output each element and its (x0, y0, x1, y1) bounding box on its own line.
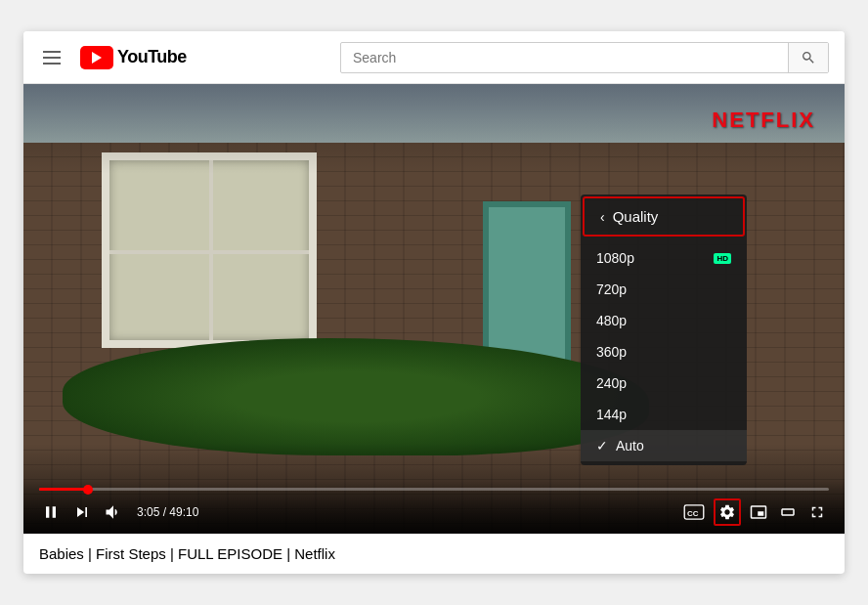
miniplayer-icon (750, 503, 767, 521)
check-icon: ✓ (596, 438, 608, 454)
fullscreen-icon (808, 503, 826, 521)
quality-options-list: 1080p HD 720p 480p 360p 240p (581, 238, 747, 465)
time-display: 3:05 / 49:10 (137, 505, 198, 519)
hamburger-menu-button[interactable] (39, 47, 65, 68)
quality-option-1080p[interactable]: 1080p HD (581, 242, 747, 274)
quality-option-label: 1080p (596, 250, 710, 266)
progress-bar-fill (39, 488, 88, 491)
volume-button[interactable] (102, 500, 125, 524)
svg-text:CC: CC (687, 509, 699, 518)
miniplayer-button[interactable] (747, 500, 770, 524)
quality-option-720p[interactable]: 720p (581, 274, 747, 305)
theater-mode-button[interactable] (776, 500, 800, 524)
youtube-logo-icon (80, 46, 113, 69)
theater-icon (779, 503, 797, 521)
quality-option-label: 480p (596, 313, 731, 328)
quality-option-label: 240p (596, 375, 731, 391)
settings-quality-menu: ‹ Quality 1080p HD 720p 480p (581, 194, 747, 465)
netflix-watermark: NETFLIX (712, 108, 815, 133)
quality-option-240p[interactable]: 240p (581, 367, 747, 399)
quality-option-label: 144p (596, 407, 731, 422)
captions-icon: CC (683, 504, 705, 520)
settings-button[interactable] (714, 498, 741, 526)
pause-icon (41, 502, 61, 522)
captions-button[interactable]: CC (680, 501, 708, 523)
next-button[interactable] (70, 500, 94, 524)
quality-option-480p[interactable]: 480p (581, 305, 747, 336)
volume-icon (104, 502, 123, 522)
settings-icon (718, 503, 736, 521)
browser-window: YouTube NETFLIX ‹ (23, 31, 845, 574)
quality-menu-header[interactable]: ‹ Quality (583, 196, 745, 237)
search-button[interactable] (788, 43, 828, 72)
controls-row: 3:05 / 49:10 CC (39, 498, 829, 526)
back-arrow-icon: ‹ (600, 209, 605, 225)
quality-option-label: Auto (616, 438, 731, 454)
search-container (340, 42, 829, 73)
skip-next-icon (72, 502, 92, 522)
quality-option-360p[interactable]: 360p (581, 336, 747, 367)
progress-bar[interactable] (39, 488, 829, 491)
search-box (340, 42, 829, 73)
video-title: Babies | First Steps | FULL EPISODE | Ne… (23, 534, 845, 574)
youtube-logo-text: YouTube (117, 47, 187, 67)
fullscreen-button[interactable] (805, 500, 829, 524)
play-pause-button[interactable] (39, 500, 63, 524)
search-icon (801, 50, 816, 65)
youtube-header: YouTube (23, 31, 845, 84)
quality-option-label: 360p (596, 344, 731, 360)
controls-right: CC (680, 498, 829, 526)
hd-badge: HD (714, 253, 731, 264)
video-controls: 3:05 / 49:10 CC (23, 480, 845, 534)
quality-option-144p[interactable]: 144p (581, 399, 747, 430)
quality-menu-title: Quality (613, 208, 659, 225)
video-player[interactable]: NETFLIX ‹ Quality 1080p HD 720p 480p (23, 84, 845, 534)
search-input[interactable] (341, 46, 788, 69)
youtube-logo: YouTube (80, 46, 187, 69)
quality-option-auto[interactable]: ✓ Auto (581, 430, 747, 461)
quality-option-label: 720p (596, 281, 731, 297)
